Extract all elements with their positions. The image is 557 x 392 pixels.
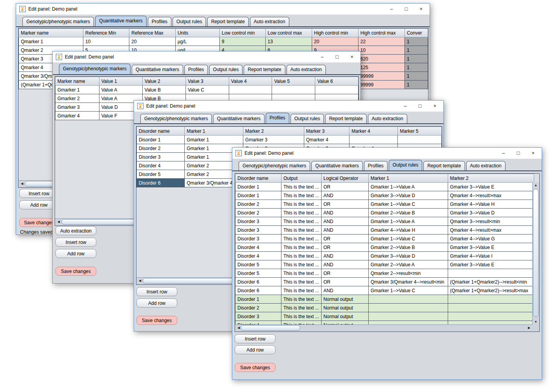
table-cell[interactable]: [368, 295, 448, 304]
table-cell[interactable]: Gmarker 4-->Value H: [448, 200, 534, 209]
close-button[interactable]: ×: [433, 103, 436, 109]
maximize-button[interactable]: □: [419, 103, 422, 109]
table-cell[interactable]: Disorder 4: [235, 243, 281, 252]
tab-genotypic-phenotypic-markers[interactable]: Genotypic/phenotypic markers: [239, 161, 310, 170]
table-cell[interactable]: Disorder 2: [137, 144, 185, 153]
table-cell[interactable]: Value C: [186, 86, 229, 94]
scroll-left-icon[interactable]: ◀: [19, 181, 25, 187]
table-cell[interactable]: 125: [358, 63, 404, 72]
table-cell[interactable]: Gmarker 1-->Value C: [368, 234, 448, 243]
table-cell[interactable]: Disorder 6: [137, 179, 185, 187]
table-cell[interactable]: [229, 86, 272, 94]
tab-genotypic-phenotypic-markers[interactable]: Genotypic/phenotypic markers: [140, 114, 212, 123]
column-header[interactable]: Disorder name: [235, 174, 281, 183]
tab-auto-extraction[interactable]: Auto extraction: [250, 17, 289, 26]
table-cell[interactable]: Gmarker 2: [55, 94, 99, 103]
table-cell[interactable]: OR: [321, 243, 368, 252]
scroll-up-icon[interactable]: ▲: [533, 182, 539, 188]
table-cell[interactable]: Qmarker 3-->result<min: [448, 217, 534, 226]
table-cell[interactable]: Gmarker 1-->Value C: [368, 200, 448, 209]
column-header[interactable]: Marker 4: [349, 127, 398, 136]
table-cell[interactable]: AND: [321, 226, 368, 234]
column-header[interactable]: Value 6: [315, 77, 358, 86]
tab-auto-extraction[interactable]: Auto extraction: [466, 161, 506, 170]
table-cell[interactable]: AND: [321, 286, 368, 295]
vertical-scrollbar[interactable]: ▲ ▼: [532, 182, 539, 325]
table-cell[interactable]: Qmarker 3/Qmarker 4-->result<min: [368, 278, 448, 286]
auto-extraction-button[interactable]: Auto extraction: [55, 226, 96, 235]
table-cell[interactable]: Disorder 3: [235, 217, 281, 226]
column-header[interactable]: Marker 5: [398, 127, 442, 136]
save-changes-button[interactable]: Save changes: [136, 316, 177, 325]
table-cell[interactable]: [368, 304, 448, 312]
table-cell[interactable]: This is the text ...: [281, 260, 322, 269]
tab-quantitative-markers[interactable]: Quantitative markers: [132, 65, 183, 74]
titlebar[interactable]: Edit panel: Demo panel – □ ×: [16, 4, 430, 15]
table-cell[interactable]: [398, 136, 442, 144]
table-cell[interactable]: Disorder 6: [235, 278, 281, 286]
column-header[interactable]: Value 4: [229, 77, 272, 86]
tab-output-rules[interactable]: Output rules: [389, 160, 422, 170]
table-cell[interactable]: Gmarker 1-->Value A: [368, 183, 448, 191]
close-button[interactable]: ×: [350, 54, 353, 60]
tab-quantitative-markers[interactable]: Quantitative markers: [213, 114, 265, 123]
table-cell[interactable]: 10: [358, 46, 404, 55]
table-cell[interactable]: 20: [312, 37, 358, 46]
table-cell[interactable]: Disorder 1: [235, 183, 281, 191]
table-cell[interactable]: 20: [129, 37, 175, 46]
column-header[interactable]: Marker 2: [243, 127, 304, 136]
add-row-button[interactable]: Add row: [55, 249, 96, 258]
table-cell[interactable]: Value B: [142, 86, 186, 94]
maximize-button[interactable]: □: [336, 54, 339, 60]
tab-report-template[interactable]: Report template: [244, 65, 285, 74]
table-cell[interactable]: 1: [404, 55, 428, 63]
table-cell[interactable]: Gmarker 3: [243, 136, 304, 144]
table-cell[interactable]: This is the text ...: [281, 269, 322, 278]
tab-quantitative-markers[interactable]: Quantitative markers: [95, 16, 147, 26]
column-header[interactable]: Marker 1: [184, 127, 243, 136]
table-cell[interactable]: Gmarker 2-->Value B: [368, 209, 448, 217]
table-cell[interactable]: Disorder 1: [137, 136, 185, 144]
column-header[interactable]: Logical Operator: [321, 174, 368, 183]
column-header[interactable]: Marker 1: [368, 174, 448, 183]
table-cell[interactable]: Gmarker 3-->Value D: [448, 209, 534, 217]
maximize-button[interactable]: □: [517, 150, 520, 156]
tab-auto-extraction[interactable]: Auto extraction: [287, 65, 326, 74]
table-cell[interactable]: Gmarker 3-->Value D: [368, 252, 448, 260]
scroll-down-icon[interactable]: ▼: [533, 319, 539, 325]
tab-output-rules[interactable]: Output rules: [290, 114, 324, 123]
table-cell[interactable]: This is the text ...: [281, 243, 322, 252]
table-cell[interactable]: 9: [220, 37, 266, 46]
table-cell[interactable]: This is the text ...: [281, 234, 322, 243]
table-cell[interactable]: AND: [321, 260, 368, 269]
column-header[interactable]: Marker 2: [448, 174, 534, 183]
table-cell[interactable]: [448, 312, 534, 321]
table-cell[interactable]: Gmarker 3: [55, 103, 99, 112]
table-cell[interactable]: [448, 304, 534, 312]
table-cell[interactable]: This is the text ...: [281, 312, 322, 321]
tab-profiles[interactable]: Profiles: [148, 17, 171, 26]
column-header[interactable]: High control min: [312, 29, 358, 37]
minimize-button[interactable]: –: [390, 6, 393, 12]
table-cell[interactable]: This is the text ...: [281, 183, 322, 191]
table-cell[interactable]: 10: [83, 37, 129, 46]
table-cell[interactable]: Normal output: [321, 304, 368, 312]
table-cell[interactable]: Disorder 5: [235, 260, 281, 269]
table-cell[interactable]: 1: [404, 37, 428, 46]
table-cell[interactable]: OR: [321, 200, 368, 209]
column-header[interactable]: Output: [281, 174, 322, 183]
table-cell[interactable]: This is the text ...: [281, 286, 322, 295]
tab-output-rules[interactable]: Output rules: [209, 65, 243, 74]
table-cell[interactable]: OR: [321, 269, 368, 278]
table-cell[interactable]: OR: [321, 234, 368, 243]
table-cell[interactable]: Disorder 5: [235, 269, 281, 278]
table-cell[interactable]: Normal output: [321, 295, 368, 304]
table-cell[interactable]: AND: [321, 209, 368, 217]
scroll-left-icon[interactable]: ◀: [56, 219, 61, 225]
table-cell[interactable]: Disorder 2: [235, 200, 281, 209]
table-cell[interactable]: [315, 86, 358, 94]
table-cell[interactable]: 1: [404, 63, 428, 72]
table-cell[interactable]: Gmarker 4-->Value G: [448, 234, 534, 243]
column-header[interactable]: Units: [175, 29, 219, 37]
table-cell[interactable]: [349, 136, 398, 144]
